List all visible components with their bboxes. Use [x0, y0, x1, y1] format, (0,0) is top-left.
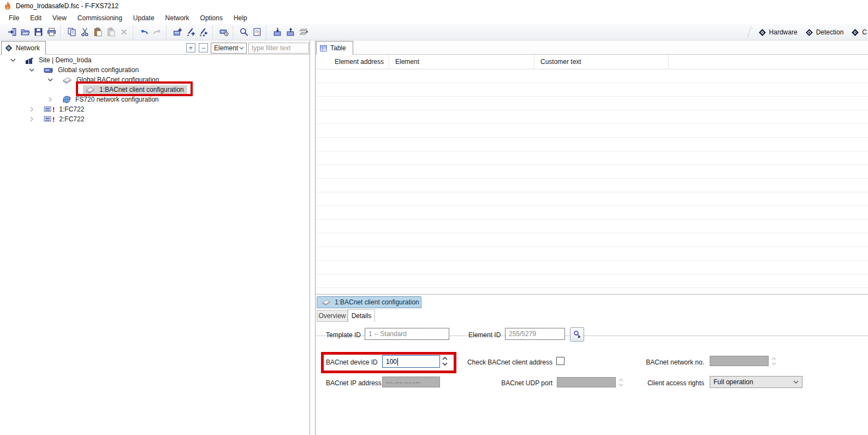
menu-network[interactable]: Network — [160, 12, 195, 24]
paste-disabled-icon — [104, 26, 117, 39]
add-element-icon[interactable] — [171, 26, 184, 39]
template-id-field: 1 -- Standard — [365, 328, 449, 340]
application-window: Demo_IrodasafeD.fsc - F-FXS7212 File Edi… — [0, 0, 868, 435]
toolbar-separator — [212, 26, 215, 39]
fault-exclamation-icon: ! — [52, 105, 55, 114]
menu-update[interactable]: Update — [128, 12, 160, 24]
client-access-rights-dropdown[interactable]: Full operation — [710, 376, 802, 388]
save-icon[interactable] — [32, 26, 45, 39]
element-id-lookup-button[interactable] — [570, 327, 584, 342]
fc722-panel-icon: ! — [44, 105, 55, 114]
tree-item-label: Global system configuration — [58, 66, 139, 74]
menu-view[interactable]: View — [47, 12, 72, 24]
spinner-up-icon[interactable] — [442, 356, 448, 361]
filter-text-input[interactable] — [248, 43, 309, 54]
control-diamond-icon — [851, 28, 859, 37]
check-bacnet-client-address-checkbox[interactable] — [556, 357, 564, 365]
detection-perspective-button[interactable]: Detection — [805, 28, 844, 37]
check-bacnet-client-address-label: Check BACnet client address — [463, 358, 552, 366]
table-tab-label: Table — [330, 44, 346, 52]
delete-icon: ✕ — [117, 26, 130, 39]
menu-file[interactable]: File — [3, 12, 25, 24]
fs720-network-icon — [62, 95, 71, 104]
toolbar-separator — [233, 26, 235, 39]
network-tab-label: Network — [16, 44, 40, 52]
network-tree: Site | Demo_Iroda Global system configur… — [0, 55, 310, 124]
details-panel: 1:BACnet client configuration Overview D… — [316, 294, 868, 435]
toolbar-separator — [166, 26, 169, 39]
open-folder-icon[interactable] — [19, 26, 32, 39]
copy-icon[interactable] — [65, 26, 78, 39]
chevron-expanded-icon[interactable] — [9, 58, 17, 62]
network-no-spinner-disabled — [770, 355, 777, 368]
collapse-all-button[interactable]: − — [199, 43, 208, 52]
add-child-element-icon[interactable] — [184, 26, 197, 39]
tab-network[interactable]: Network — [1, 41, 46, 55]
menu-commissioning[interactable]: Commissioning — [72, 12, 128, 24]
bacnet-device-id-label: BACnet device ID — [326, 358, 378, 366]
tree-item-fc722-1[interactable]: ! 1:FC722 — [0, 104, 310, 114]
bacnet-network-no-label: BACnet network no. — [610, 358, 704, 366]
tab-table[interactable]: Table — [316, 41, 353, 55]
column-header-element-address[interactable]: Element address — [335, 58, 384, 66]
table-header-row: Element address Element Customer text — [316, 55, 868, 69]
site-icon — [25, 56, 34, 64]
menu-edit[interactable]: Edit — [25, 12, 47, 24]
control-perspective-button[interactable]: C — [851, 28, 867, 37]
menu-bar: File Edit View Commissioning Update Netw… — [0, 12, 868, 24]
element-id-label: Element ID — [468, 331, 501, 339]
tab-bacnet-client-configuration[interactable]: 1:BACnet client configuration — [317, 296, 421, 308]
filter-type-select[interactable]: Element — [211, 43, 247, 54]
menu-options[interactable]: Options — [195, 12, 228, 24]
print-icon[interactable] — [45, 26, 58, 39]
menu-help[interactable]: Help — [228, 12, 253, 24]
title-bar: Demo_IrodasafeD.fsc - F-FXS7212 — [0, 0, 868, 12]
tree-item-fs720-network[interactable]: FS720 network configuration — [0, 95, 310, 104]
client-access-rights-label: Client access rights — [610, 379, 704, 387]
chevron-collapsed-icon[interactable] — [46, 97, 55, 102]
chevron-expanded-icon[interactable] — [46, 78, 55, 82]
upload-from-panel-icon[interactable] — [284, 26, 297, 39]
reference-guide-icon[interactable]: ? — [251, 26, 264, 39]
hardware-perspective-button[interactable]: Hardware — [758, 28, 798, 37]
fault-exclamation-icon: ! — [52, 115, 55, 124]
chevron-collapsed-icon[interactable] — [27, 107, 36, 112]
tree-item-label: Global BACnet configuration — [76, 76, 159, 84]
chevron-collapsed-icon[interactable] — [27, 116, 36, 122]
detection-diamond-icon — [805, 28, 813, 37]
tree-item-label: 1:FC722 — [59, 105, 84, 113]
tree-item-label: FS720 network configuration — [75, 96, 159, 103]
paste-icon[interactable] — [91, 26, 104, 39]
tree-item-global-bacnet[interactable]: Global BACnet configuration — [0, 75, 310, 85]
expand-all-button[interactable]: + — [186, 43, 195, 52]
tree-item-global-system[interactable]: Global system configuration — [0, 65, 310, 75]
column-header-customer-text[interactable]: Customer text — [540, 58, 581, 66]
download-to-panel-icon[interactable] — [271, 26, 284, 39]
table-body-empty[interactable] — [316, 69, 868, 294]
bacnet-device-id-field[interactable]: 100 — [382, 355, 440, 368]
table-icon — [320, 45, 327, 52]
tab-details[interactable]: Details — [348, 309, 375, 322]
tree-item-fc722-2[interactable]: ! 2:FC722 — [0, 114, 310, 124]
table-panel: Table Element address Element Customer t… — [315, 40, 868, 435]
spinner-down-icon[interactable] — [442, 362, 448, 366]
add-sibling-element-icon[interactable] — [197, 26, 210, 39]
details-subtabs: Overview Details — [316, 309, 868, 322]
compare-icon[interactable] — [297, 26, 310, 39]
toolbar-separator — [266, 26, 269, 39]
tree-item-site[interactable]: Site | Demo_Iroda — [0, 55, 310, 65]
bacnet-udp-port-field — [557, 377, 616, 387]
tab-overview[interactable]: Overview — [317, 310, 348, 322]
client-access-rights-value: Full operation — [714, 378, 753, 386]
element-properties-icon[interactable] — [217, 26, 230, 39]
column-header-element[interactable]: Element — [395, 58, 419, 66]
undo-icon[interactable] — [138, 26, 151, 39]
tree-item-bacnet-client[interactable]: 1:BACnet client configuration — [0, 85, 310, 95]
import-icon[interactable] — [5, 26, 19, 39]
search-icon[interactable] — [237, 26, 251, 39]
main-toolbar: ✕ ? — [0, 24, 868, 40]
cut-icon[interactable] — [78, 26, 91, 39]
device-id-spinner[interactable] — [442, 355, 448, 368]
network-diamond-icon — [5, 44, 13, 52]
chevron-expanded-icon[interactable] — [27, 68, 36, 72]
